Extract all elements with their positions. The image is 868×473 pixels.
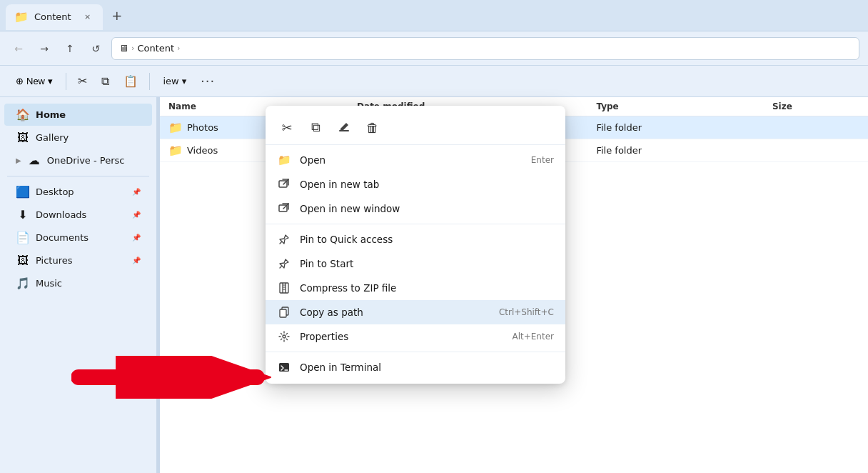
ctx-open-new-window[interactable]: Open in new window xyxy=(266,196,565,221)
sidebar-label-music: Music xyxy=(36,278,141,289)
col-type[interactable]: Type xyxy=(587,97,764,116)
refresh-button[interactable]: ↺ xyxy=(86,39,106,59)
ctx-open-shortcut: Enter xyxy=(531,155,554,165)
ctx-separator-1 xyxy=(266,224,565,224)
toolbar-separator-2 xyxy=(149,73,150,90)
ctx-pin-start[interactable]: Pin to Start xyxy=(266,252,565,276)
up-button[interactable]: ↑ xyxy=(60,39,80,59)
folder-icon: 📁 xyxy=(168,144,183,157)
new-button[interactable]: ⊕ New ▾ xyxy=(9,70,60,93)
svg-line-4 xyxy=(283,204,288,209)
ctx-open-window-icon xyxy=(277,201,291,216)
context-menu: ✂ ⧉ 🗑 📁 Open Enter Open in new tab xyxy=(266,106,565,384)
sidebar-item-desktop[interactable]: 🟦 Desktop 📌 xyxy=(4,181,152,203)
documents-pin-icon: 📌 xyxy=(132,234,141,242)
breadcrumb-content: Content xyxy=(137,43,174,54)
copy-button[interactable]: ⧉ xyxy=(96,69,115,94)
sidebar-label-gallery: Gallery xyxy=(36,132,141,143)
ctx-pin-start-label: Pin to Start xyxy=(300,258,554,269)
paste-icon: 📋 xyxy=(123,74,138,88)
paste-button[interactable]: 📋 xyxy=(118,69,143,94)
tab-folder-icon: 📁 xyxy=(14,10,29,24)
col-size[interactable]: Size xyxy=(764,97,868,116)
breadcrumb-this-pc: 🖥 xyxy=(119,43,128,54)
pictures-icon: 🖼 xyxy=(16,254,30,267)
active-tab[interactable]: 📁 Content × xyxy=(6,4,103,30)
ctx-copy-path[interactable]: Copy as path Ctrl+Shift+C xyxy=(266,300,565,324)
sidebar-item-gallery[interactable]: 🖼 Gallery xyxy=(4,126,152,149)
new-icon: ⊕ xyxy=(16,76,24,86)
title-bar: 📁 Content × + xyxy=(0,0,868,31)
ctx-open-tab-icon xyxy=(277,177,291,191)
view-chevron: ▾ xyxy=(182,76,187,86)
ctx-cut-button[interactable]: ✂ xyxy=(274,114,300,140)
folder-icon: 📁 xyxy=(168,121,183,134)
svg-point-13 xyxy=(283,335,286,338)
toolbar: ⊕ New ▾ ✂ ⧉ 📋 iew ▾ ··· xyxy=(0,66,868,97)
ctx-open-tab-label: Open in new tab xyxy=(300,179,554,190)
breadcrumb-sep-1: › xyxy=(131,44,134,53)
ctx-copy-path-icon xyxy=(277,305,291,319)
new-chevron: ▾ xyxy=(48,76,53,86)
onedrive-expand-icon: ▶ xyxy=(16,156,21,164)
ctx-rename-button[interactable] xyxy=(331,114,357,140)
new-label: New xyxy=(26,76,45,86)
ctx-terminal-icon xyxy=(277,360,291,374)
file-type: File folder xyxy=(587,116,764,139)
ctx-open-window-label: Open in new window xyxy=(300,203,554,214)
ctx-copy-path-shortcut: Ctrl+Shift+C xyxy=(499,307,554,317)
more-button[interactable]: ··· xyxy=(196,70,219,93)
sidebar-item-documents[interactable]: 📄 Documents 📌 xyxy=(4,226,152,249)
ctx-properties-icon xyxy=(277,329,291,344)
new-tab-button[interactable]: + xyxy=(106,4,128,27)
sidebar-item-home[interactable]: 🏠 Home xyxy=(4,104,152,126)
sidebar-item-music[interactable]: 🎵 Music xyxy=(4,272,152,294)
ctx-open-terminal[interactable]: Open in Terminal xyxy=(266,355,565,379)
tab-close-button[interactable]: × xyxy=(81,11,94,24)
toolbar-separator-1 xyxy=(66,73,66,90)
ctx-properties[interactable]: Properties Alt+Enter xyxy=(266,324,565,349)
breadcrumb[interactable]: 🖥 › Content › xyxy=(111,37,859,60)
documents-icon: 📄 xyxy=(16,231,30,244)
file-size xyxy=(764,116,868,139)
sidebar: 🏠 Home 🖼 Gallery ▶ ☁ OneDrive - Persc 🟦 … xyxy=(0,97,157,473)
ctx-delete-button[interactable]: 🗑 xyxy=(360,114,385,140)
copy-icon: ⧉ xyxy=(101,74,109,88)
downloads-icon: ⬇ xyxy=(16,208,30,221)
ctx-open-new-tab[interactable]: Open in new tab xyxy=(266,172,565,196)
back-button[interactable]: ← xyxy=(9,39,29,59)
ctx-copy-button[interactable]: ⧉ xyxy=(303,114,328,140)
ctx-zip-label: Compress to ZIP file xyxy=(300,282,554,294)
music-icon: 🎵 xyxy=(16,277,30,290)
sidebar-item-downloads[interactable]: ⬇ Downloads 📌 xyxy=(4,204,152,226)
forward-button[interactable]: → xyxy=(34,39,54,59)
address-bar: ← → ↑ ↺ 🖥 › Content › xyxy=(0,31,868,66)
ctx-pin-quick-label: Pin to Quick access xyxy=(300,234,554,245)
sidebar-label-onedrive: OneDrive - Persc xyxy=(47,155,141,166)
sidebar-item-onedrive[interactable]: ▶ ☁ OneDrive - Persc xyxy=(4,149,152,171)
ctx-copy-path-label: Copy as path xyxy=(300,307,490,318)
ctx-open-icon: 📁 xyxy=(277,153,291,167)
sidebar-item-pictures[interactable]: 🖼 Pictures 📌 xyxy=(4,249,152,272)
breadcrumb-sep-2: › xyxy=(177,44,180,53)
ctx-open-label: Open xyxy=(300,154,523,166)
view-button[interactable]: iew ▾ xyxy=(156,73,193,89)
desktop-icon: 🟦 xyxy=(16,185,30,199)
ctx-terminal-label: Open in Terminal xyxy=(300,362,554,373)
ctx-separator-2 xyxy=(266,352,565,352)
home-icon: 🏠 xyxy=(16,108,30,121)
file-name: Photos xyxy=(187,122,218,133)
ctx-compress-zip[interactable]: Compress to ZIP file xyxy=(266,276,565,300)
ctx-pin-quick-access[interactable]: Pin to Quick access xyxy=(266,227,565,252)
ctx-pin-start-icon xyxy=(277,257,291,271)
sidebar-label-pictures: Pictures xyxy=(36,255,126,266)
ctx-open[interactable]: 📁 Open Enter xyxy=(266,148,565,172)
ctx-properties-shortcut: Alt+Enter xyxy=(512,332,554,342)
svg-rect-5 xyxy=(280,283,288,293)
file-name: Videos xyxy=(187,145,218,156)
ctx-properties-label: Properties xyxy=(300,331,503,342)
svg-line-2 xyxy=(283,179,288,184)
cut-button[interactable]: ✂ xyxy=(72,69,93,94)
file-size xyxy=(764,139,868,162)
sidebar-label-home: Home xyxy=(36,109,141,120)
